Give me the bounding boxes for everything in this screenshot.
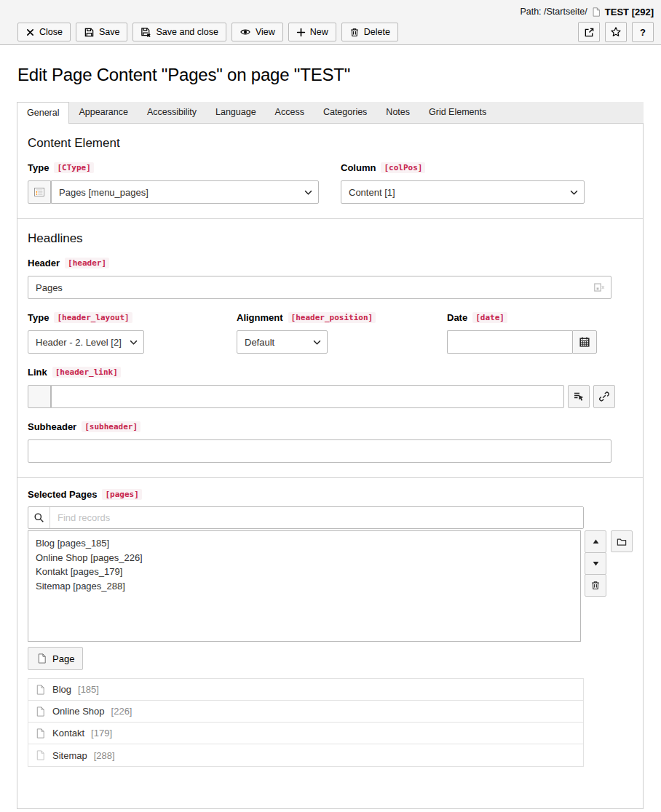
- list-item[interactable]: Kontakt [pages_179]: [28, 565, 580, 579]
- ctype-label: Type [CType]: [28, 162, 319, 173]
- section-content-element: Content Element Type [CType] Pages [menu…: [17, 124, 643, 218]
- list-item[interactable]: Sitemap [pages_288]: [28, 579, 580, 594]
- selected-pages-listbox[interactable]: Blog [pages_185] Online Shop [pages_226]…: [28, 530, 581, 642]
- link-wizard-button[interactable]: [593, 385, 615, 408]
- save-and-close-button[interactable]: Save and close: [132, 23, 226, 41]
- header-link-input[interactable]: [51, 385, 564, 408]
- remove-item-button[interactable]: [585, 574, 606, 597]
- new-button[interactable]: New: [288, 23, 336, 41]
- subheader-input[interactable]: [28, 439, 611, 463]
- doc-header: Path: /Startseite/ TEST [292] Close Save…: [0, 0, 661, 45]
- record-browser-icon: [573, 391, 585, 402]
- save-close-icon: [140, 27, 151, 38]
- form-editor: General Appearance Accessibility Languag…: [17, 102, 644, 809]
- tab-access[interactable]: Access: [266, 102, 314, 123]
- header-code: [header]: [65, 258, 109, 268]
- search-icon: [28, 507, 50, 528]
- chevron-down-icon: [313, 340, 321, 345]
- find-records-input[interactable]: [50, 507, 583, 528]
- tab-categories[interactable]: Categories: [314, 102, 376, 123]
- date-label: Date [date]: [447, 312, 597, 323]
- tab-grid-elements[interactable]: Grid Elements: [419, 102, 496, 123]
- ctype-code: [CType]: [54, 162, 93, 173]
- colpos-code: [colPos]: [381, 162, 425, 173]
- list-item[interactable]: Blog [pages_185]: [28, 536, 580, 551]
- help-button[interactable]: ?: [632, 22, 654, 42]
- page-title: Edit Page Content "Pages" on page "TEST": [17, 65, 661, 85]
- tab-general[interactable]: General: [17, 102, 69, 124]
- add-page-button[interactable]: Page: [28, 647, 83, 670]
- close-button[interactable]: Close: [17, 23, 71, 41]
- view-button[interactable]: View: [231, 23, 283, 41]
- move-up-button[interactable]: [585, 530, 606, 553]
- list-controls: [585, 530, 606, 597]
- record-title: Blog: [52, 684, 71, 695]
- record-title: Sitemap: [52, 750, 87, 761]
- calendar-icon: [579, 336, 590, 348]
- link-type-addon: [28, 385, 51, 408]
- path-label: Path: /Startseite/: [520, 7, 587, 17]
- record-browser-button[interactable]: [568, 385, 590, 408]
- record-uid: [179]: [91, 728, 112, 739]
- page-icon: [36, 653, 47, 664]
- header-position-select[interactable]: Default: [237, 330, 328, 354]
- folder-icon: [616, 536, 628, 547]
- find-records-group: [28, 506, 584, 529]
- tab-accessibility[interactable]: Accessibility: [138, 102, 206, 123]
- record-row[interactable]: Blog [185]: [28, 679, 583, 701]
- menu-pages-type-icon: [28, 180, 51, 204]
- page-icon: [591, 7, 601, 17]
- record-row[interactable]: Online Shop [226]: [28, 701, 583, 723]
- record-uid: [185]: [78, 684, 99, 695]
- record-uid: [226]: [111, 706, 132, 717]
- trash-icon: [590, 580, 601, 591]
- date-input[interactable]: [447, 330, 572, 354]
- header-link-label: Link [header_link]: [28, 367, 633, 378]
- header-label: Header [header]: [28, 258, 633, 268]
- colpos-select[interactable]: Content [1]: [341, 180, 585, 204]
- bookmark-button[interactable]: [605, 22, 627, 42]
- colpos-label: Column [colPos]: [341, 162, 585, 173]
- record-row[interactable]: Kontakt [179]: [28, 723, 583, 744]
- record-title: TEST [292]: [605, 7, 654, 17]
- ctype-select[interactable]: Pages [menu_pages]: [51, 180, 319, 204]
- star-icon: [610, 26, 622, 38]
- page-icon: [35, 684, 46, 696]
- calendar-button[interactable]: [572, 330, 597, 354]
- header-layout-code: [header_layout]: [54, 312, 132, 323]
- clear-field-icon[interactable]: [593, 282, 605, 293]
- move-down-button[interactable]: [585, 552, 606, 575]
- trash-icon: [349, 27, 360, 38]
- open-new-window-button[interactable]: [578, 22, 600, 42]
- arrow-up-icon: [591, 537, 601, 546]
- list-item[interactable]: Online Shop [pages_226]: [28, 551, 580, 565]
- arrow-down-icon: [591, 559, 601, 568]
- open-new-window-icon: [584, 27, 595, 38]
- view-eye-icon: [240, 27, 251, 37]
- section-selected-pages: Selected Pages [pages] Blog [pages_185] …: [17, 477, 643, 781]
- doc-meta-buttons: ?: [578, 22, 654, 42]
- header-position-label: Alignment [header_position]: [237, 312, 447, 323]
- chevron-down-icon: [304, 190, 312, 195]
- subheader-code: [subheader]: [82, 421, 140, 432]
- chevron-down-icon: [130, 340, 138, 345]
- close-icon: [25, 28, 35, 37]
- tab-appearance[interactable]: Appearance: [69, 102, 137, 123]
- save-button[interactable]: Save: [76, 23, 128, 41]
- pages-code: [pages]: [102, 489, 141, 500]
- header-layout-select[interactable]: Header - 2. Level [2]: [28, 330, 144, 354]
- question-icon: ?: [640, 27, 646, 38]
- browse-records-button[interactable]: [611, 530, 633, 552]
- tab-notes[interactable]: Notes: [376, 102, 419, 123]
- header-link-code: [header_link]: [52, 367, 121, 378]
- tab-language[interactable]: Language: [206, 102, 266, 123]
- chevron-down-icon: [570, 190, 578, 195]
- selected-pages-label: Selected Pages [pages]: [28, 489, 633, 500]
- record-row[interactable]: Sitemap [288]: [28, 744, 583, 766]
- header-position-code: [header_position]: [288, 312, 376, 323]
- header-input[interactable]: [28, 276, 611, 299]
- subheader-label: Subheader [subheader]: [28, 421, 633, 432]
- delete-button[interactable]: Delete: [341, 23, 398, 41]
- save-icon: [84, 27, 95, 38]
- link-chain-icon: [598, 391, 610, 402]
